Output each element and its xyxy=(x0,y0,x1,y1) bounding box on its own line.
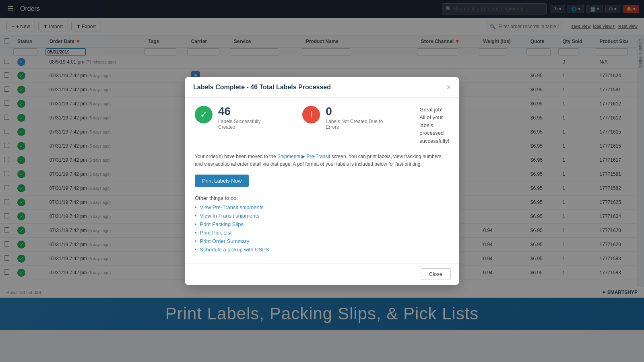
view-in-transit-link[interactable]: View In Transit shipments xyxy=(200,213,260,219)
schedule-pickup-link[interactable]: Schedule a pickup with USPS xyxy=(200,247,269,253)
other-list-item: Print Order Summary xyxy=(195,238,449,244)
other-list-item: Print Pick List xyxy=(195,230,449,236)
modal-header: Labels Complete - 46 Total Labels Proces… xyxy=(185,77,459,98)
success-icon: ✓ xyxy=(195,106,213,123)
error-count: 0 xyxy=(326,106,387,117)
other-things-label: Other things to do: xyxy=(195,195,449,201)
close-button[interactable]: Close xyxy=(421,268,451,280)
success-count: 46 xyxy=(218,106,270,117)
modal-footer: Close xyxy=(185,263,459,285)
vertical-divider xyxy=(286,106,286,145)
stats-row: ✓ 46 Labels Successfully Created ! 0 Lab… xyxy=(195,106,449,145)
info-paragraph: Your order(s) have been moved to the Shi… xyxy=(195,153,449,168)
print-packing-slips-link[interactable]: Print Packing Slips xyxy=(200,221,244,227)
success-stat-info: 46 Labels Successfully Created xyxy=(218,106,270,130)
error-stat-info: 0 Labels Not Created Due to Errors xyxy=(326,106,387,130)
vertical-divider-2 xyxy=(403,106,403,145)
success-stat-block: ✓ 46 Labels Successfully Created xyxy=(195,106,270,145)
error-icon: ! xyxy=(302,106,320,123)
print-labels-button[interactable]: Print Labels Now xyxy=(195,175,249,187)
print-order-summary-link[interactable]: Print Order Summary xyxy=(200,238,250,244)
other-list-item: Schedule a pickup with USPS xyxy=(195,247,449,253)
modal-body: ✓ 46 Labels Successfully Created ! 0 Lab… xyxy=(185,98,459,263)
modal-close-x-button[interactable]: × xyxy=(446,84,451,91)
success-message-block: Great job! All of your labels processed … xyxy=(419,106,449,145)
modal: Labels Complete - 46 Total Labels Proces… xyxy=(185,77,459,285)
success-label: Labels Successfully Created xyxy=(218,119,270,130)
error-stat-block: ! 0 Labels Not Created Due to Errors xyxy=(302,106,387,145)
view-pre-transit-link[interactable]: View Pre-Transit shipments xyxy=(200,204,264,210)
info-text-1: Your order(s) have been moved to the xyxy=(195,154,277,159)
error-label: Labels Not Created Due to Errors xyxy=(326,119,387,130)
other-list-item: View In Transit shipments xyxy=(195,213,449,219)
modal-overlay[interactable]: Labels Complete - 46 Total Labels Proces… xyxy=(0,0,644,330)
other-things-list: View Pre-Transit shipmentsView In Transi… xyxy=(195,204,449,253)
success-message-text: Great job! All of your labels processed … xyxy=(419,106,449,145)
modal-title: Labels Complete - 46 Total Labels Proces… xyxy=(193,84,331,91)
print-pick-list-link[interactable]: Print Pick List xyxy=(200,230,232,236)
pre-transit-link[interactable]: Shipments ▶ Pre-Transit xyxy=(277,154,330,159)
other-list-item: View Pre-Transit shipments xyxy=(195,204,449,210)
other-list-item: Print Packing Slips xyxy=(195,221,449,227)
